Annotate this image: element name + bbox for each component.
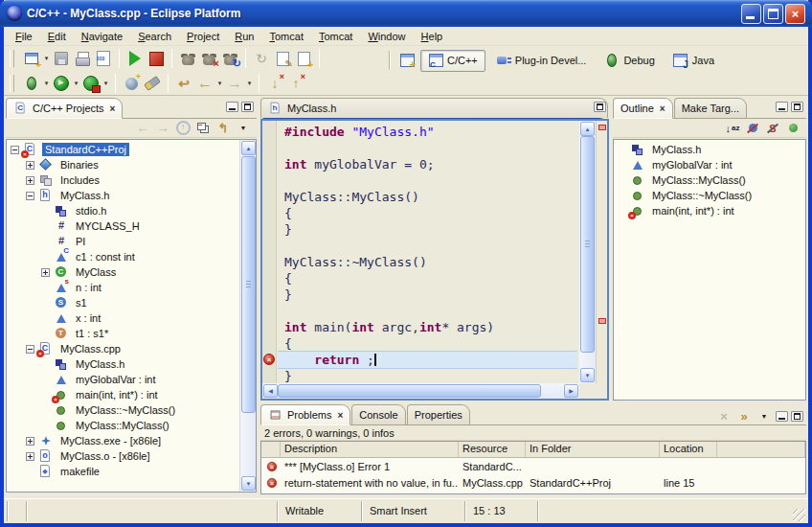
new-file-icon[interactable] xyxy=(293,48,314,69)
editor-overview-ruler[interactable] xyxy=(596,121,607,383)
run-icon[interactable] xyxy=(124,48,146,69)
tree-item-myglobalvar-int[interactable]: myGlobalVar : int xyxy=(614,157,789,172)
tree-item-makefile[interactable]: ◆makefile xyxy=(7,464,239,479)
next-problem-icon[interactable] xyxy=(264,73,285,94)
tree-item-includes[interactable]: Includes xyxy=(7,172,239,188)
menu-tomcat[interactable]: Tomcat xyxy=(311,28,360,45)
view-tab-c-c-projects[interactable]: CC/C++ Projects× xyxy=(6,98,123,119)
scrollbar-thumb[interactable] xyxy=(278,384,541,398)
tree-item-binaries[interactable]: Binaries xyxy=(7,157,239,172)
view-menu-icon[interactable] xyxy=(235,121,252,136)
tree-item-main-int-int-int[interactable]: ×main(int, int*) : int xyxy=(614,203,789,218)
menu-run[interactable]: Run xyxy=(227,28,261,45)
collapse-all-icon[interactable] xyxy=(194,121,212,136)
tree-item-myclass-h[interactable]: #MYCLASS_H xyxy=(7,218,239,234)
back-disabled-icon[interactable] xyxy=(134,121,151,136)
search-icon[interactable] xyxy=(142,73,163,94)
view-tab-properties[interactable]: Properties xyxy=(407,404,470,424)
expander-plus-icon[interactable] xyxy=(26,161,34,170)
problem-row[interactable]: ×return-statement with no value, in fu..… xyxy=(261,474,805,491)
dropdown-arrow-icon[interactable]: ▾ xyxy=(102,80,110,87)
maximize-view-button[interactable] xyxy=(241,102,254,112)
tree-item-t1-s1[interactable]: Tt1 : s1* xyxy=(7,326,239,341)
forward-disabled-icon[interactable] xyxy=(154,121,171,136)
tree-item-myclass[interactable]: CMyClass xyxy=(7,264,239,280)
column-header-severity[interactable] xyxy=(261,442,281,457)
column-header-description[interactable]: Description xyxy=(281,442,459,457)
tree-item-myclass-o-x86le[interactable]: oMyClass.o - [x86le] xyxy=(7,448,239,464)
perspective-debug[interactable]: Debug xyxy=(597,50,662,72)
dropdown-arrow-icon[interactable]: ▾ xyxy=(72,80,80,87)
perspective-plug-in-devel[interactable]: Plug-in Devel... xyxy=(488,50,595,72)
menu-help[interactable]: Help xyxy=(414,28,451,45)
perspective-java[interactable]: Java xyxy=(665,50,722,72)
scroll-down-icon[interactable] xyxy=(241,476,256,491)
column-header-resource[interactable]: Resource xyxy=(459,442,526,457)
last-edit-location-icon[interactable] xyxy=(173,73,194,94)
binary-file-icon[interactable] xyxy=(93,48,114,69)
filter-icon[interactable] xyxy=(735,408,753,424)
expander-minus-icon[interactable] xyxy=(11,146,19,154)
window-maximize-button[interactable] xyxy=(763,4,783,24)
tomcat-restart-icon[interactable] xyxy=(219,48,240,69)
view-menu-icon[interactable] xyxy=(756,408,773,424)
scrollbar-thumb[interactable] xyxy=(580,136,595,353)
tree-item-main-int-int-int[interactable]: ×main(int, int*) : int xyxy=(7,387,239,402)
expander-plus-icon[interactable] xyxy=(26,452,34,461)
prev-problem-icon[interactable] xyxy=(285,73,306,94)
delete-disabled-icon[interactable] xyxy=(715,408,733,424)
back-icon[interactable] xyxy=(194,73,215,94)
window-close-button[interactable] xyxy=(785,4,805,24)
maximize-view-button[interactable] xyxy=(791,102,803,112)
title-bar[interactable]: C/C++ - MyClass.cpp - Eclipse Platform xyxy=(0,0,812,27)
tree-item-pi[interactable]: #PI xyxy=(7,234,239,249)
tree-item-x-int[interactable]: x : int xyxy=(7,310,239,326)
stop-icon[interactable] xyxy=(146,48,167,69)
editor-vertical-scrollbar[interactable] xyxy=(579,121,596,383)
editor-tab-myclass-h[interactable]: hMyClass.h xyxy=(260,98,608,118)
tree-item-n-int[interactable]: sn : int xyxy=(7,280,239,295)
view-tab-problems[interactable]: Problems× xyxy=(260,404,350,425)
menu-file[interactable]: File xyxy=(8,28,40,45)
up-disabled-icon[interactable] xyxy=(174,121,192,136)
scroll-up-icon[interactable] xyxy=(241,141,256,155)
open-element-icon[interactable] xyxy=(121,73,142,94)
view-tab-make-targ[interactable]: Make Targ... xyxy=(674,98,747,118)
minimize-view-button[interactable] xyxy=(776,411,788,422)
tree-item-standardc-proj[interactable]: C×StandardC++Proj xyxy=(7,142,239,157)
tree-item-stdio-h[interactable]: stdio.h xyxy=(7,203,239,218)
expander-plus-icon[interactable] xyxy=(26,176,34,185)
menu-navigate[interactable]: Navigate xyxy=(74,28,130,45)
link-editor-icon[interactable] xyxy=(214,121,232,136)
sort-icon[interactable] xyxy=(724,121,741,136)
dropdown-arrow-icon[interactable]: ▾ xyxy=(215,80,224,87)
expander-minus-icon[interactable] xyxy=(26,345,34,354)
scroll-left-icon[interactable] xyxy=(263,384,278,398)
dropdown-arrow-icon[interactable]: ▾ xyxy=(245,80,254,87)
tree-item-myclass-h[interactable]: MyClass.h xyxy=(7,356,239,372)
scroll-right-icon[interactable] xyxy=(564,384,578,398)
dropdown-arrow-icon[interactable]: ▾ xyxy=(42,80,51,87)
tree-item-c1-const-int[interactable]: Cc1 : const int xyxy=(7,249,239,264)
error-marker-icon[interactable] xyxy=(598,125,606,130)
tree-item-myclass-cpp[interactable]: C×MyClass.cpp xyxy=(7,341,239,356)
hide-static-icon[interactable] xyxy=(764,121,781,136)
run-external-icon[interactable] xyxy=(80,73,102,94)
scroll-down-icon[interactable] xyxy=(580,368,595,382)
menu-window[interactable]: Window xyxy=(360,28,413,45)
tree-item-myclass-myclass[interactable]: MyClass::~MyClass() xyxy=(7,402,239,418)
hide-fields-icon[interactable] xyxy=(744,121,761,136)
tomcat-stop-icon[interactable] xyxy=(198,48,219,69)
scroll-up-icon[interactable] xyxy=(580,122,595,136)
tree-item-myclass-h[interactable]: hMyClass.h xyxy=(7,188,239,203)
error-marker-icon[interactable] xyxy=(598,318,606,324)
debug-icon[interactable] xyxy=(21,73,42,94)
hide-nonpublic-icon[interactable] xyxy=(784,121,801,136)
tree-item-s1[interactable]: Ss1 xyxy=(7,295,239,310)
menu-tomcat[interactable]: Tomcat xyxy=(261,28,310,45)
tree-item-myglobalvar-int[interactable]: myGlobalVar : int xyxy=(7,372,239,387)
expander-minus-icon[interactable] xyxy=(26,192,34,200)
expander-plus-icon[interactable] xyxy=(26,437,34,446)
projects-tree-scrollbar[interactable] xyxy=(239,140,256,492)
scrollbar-thumb[interactable] xyxy=(241,156,256,413)
